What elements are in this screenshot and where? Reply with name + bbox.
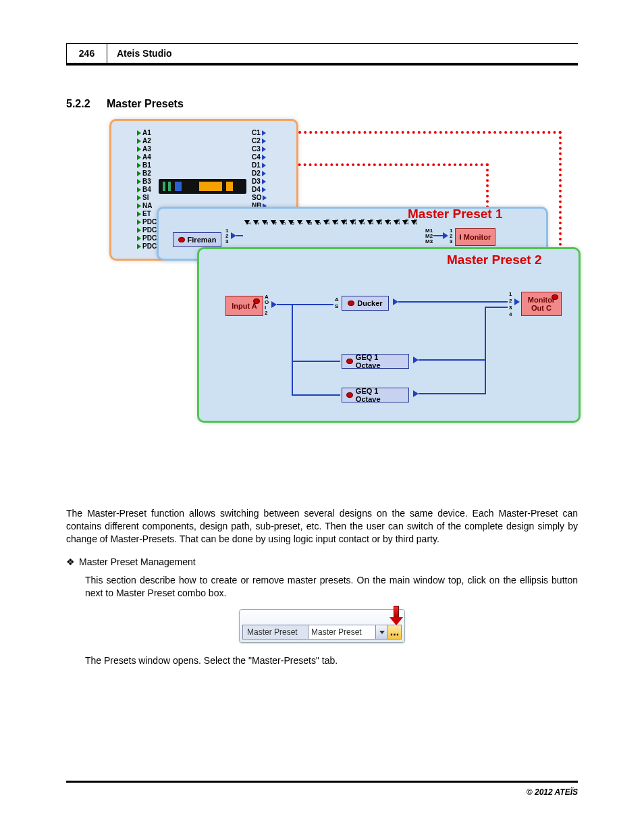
port-num: 3 [509,305,512,311]
footer-rule [66,781,578,783]
combo-label: Master Preset [243,627,308,637]
led-icon [178,237,185,242]
ruler-port: M3 [425,239,433,244]
port-label: C1 [252,129,267,137]
port-label: B3 [137,178,157,186]
ruler-number: 7 [298,222,304,225]
node-label: Out C [531,304,552,312]
ruler-number: 14 [360,219,366,225]
wire [236,235,243,236]
node-geq1: GEQ 1 Octave [342,354,409,369]
wire [419,393,486,394]
ruler-number: 11 [333,219,340,225]
preset2-title: Master Preset 2 [447,253,541,267]
ruler-number: 10 [325,219,331,225]
page-header: 246 Ateis Studio [66,43,578,63]
dotted-link [271,131,562,134]
node-fireman: Fireman [173,232,221,247]
diamond-icon: ❖ [66,556,75,567]
port-label: A1 [137,129,157,137]
paragraph: The Master-Preset function allows switch… [66,507,578,546]
ruler-number: 4 [272,222,278,225]
section-number: 5.2.2 [66,98,107,110]
port-label: C4 [252,153,267,161]
node-ducker: Ducker [342,296,389,311]
port-letters: S [335,304,338,309]
bullet-item: ❖ Master Preset Management [66,556,578,567]
led-icon [552,294,558,300]
wire [485,307,508,308]
ruler-number: 8 [307,222,313,225]
chevron-down-icon [379,631,385,634]
wire [292,304,293,394]
wire [292,361,340,362]
section-title: Master Presets [107,98,184,110]
node-label: Input A [232,302,257,310]
chapter-title: Ateis Studio [107,44,578,63]
port-num: 2 [509,298,512,304]
node-geq2: GEQ 1 Octave [342,388,409,402]
wire [485,307,486,394]
port-label: PDC [137,218,157,226]
port-num: 4 [509,312,512,317]
ellipsis-button[interactable]: ... [387,625,401,639]
preset1-title: Master Preset 1 [408,207,502,221]
figure-master-preset-combo: Master Preset Master Preset ... [239,609,405,643]
wire [277,304,333,305]
port-label: D2 [252,170,267,178]
led-icon [346,359,353,364]
node-monitor-outc: Monitor Out C [521,292,562,316]
node-label: Monitor [464,233,491,241]
ruler-number: 15 [369,219,375,225]
ruler-number: 5 [281,222,287,225]
ruler-number: 16 [377,219,383,225]
wire [433,235,443,236]
wire [292,394,340,396]
ruler-number: 17 [386,219,392,225]
ruler-number: 13 [351,219,357,225]
node-label: GEQ 1 Octave [356,387,404,403]
combo-value[interactable]: Master Preset [308,625,375,639]
port-label: C2 [252,137,267,145]
ruler-number: 18 [395,219,401,225]
port-num: 3 [225,239,228,244]
ruler-number: 20 [412,219,419,225]
port-label: B2 [137,170,157,178]
header-rule [66,63,578,66]
dotted-link [486,163,489,213]
output-arrow-icon [271,301,277,308]
led-icon [348,301,354,306]
output-arrow-icon [393,298,398,305]
port-label: B1 [137,161,157,170]
red-arrow-icon [390,606,403,625]
output-arrow-icon [443,232,448,239]
port-label: SO [252,194,267,202]
ruler: 1234567891011121314151617181920 [244,220,427,232]
wire [419,359,486,361]
node-input-a: Input A [225,296,263,316]
wire [398,301,508,303]
output-arrow-icon [413,390,419,397]
ruler-number: 12 [342,219,348,225]
paragraph: The Presets window opens. Select the "Ma… [85,655,578,666]
combo-dropdown-button[interactable] [375,625,387,639]
led-icon [346,392,353,398]
port-label: A2 [137,137,157,145]
ruler-number: 6 [290,222,296,225]
device-strip [159,179,246,194]
port-label: A4 [137,153,157,161]
ruler-number: 9 [316,222,322,225]
output-arrow-icon [413,357,419,363]
port-label: A3 [137,145,157,153]
port-letters: A [335,297,339,303]
dotted-link [559,131,562,246]
port-list-mid: C1C2C3C4D1D2D3D4SONB [252,129,267,210]
port-label: B4 [137,186,157,194]
copyright: © 2012 ATEÏS [527,787,578,797]
port-list-left: A1A2A3A4B1B2B3B4SINAETPDCPDCPDCPDC [137,129,157,251]
led-icon [460,234,461,240]
page-number: 246 [67,44,107,63]
node-monitor1: Monitor [455,228,495,246]
port-label: SI [137,194,157,202]
port-label: D3 [252,178,267,186]
